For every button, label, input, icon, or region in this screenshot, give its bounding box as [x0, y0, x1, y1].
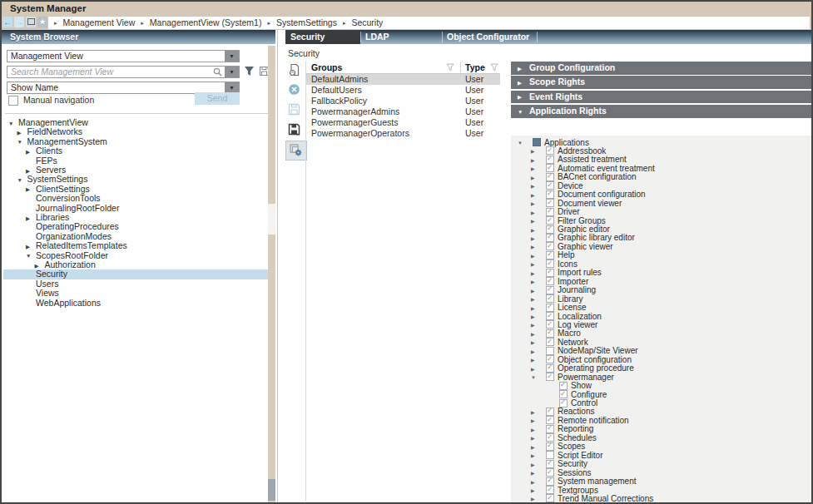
send-button[interactable]: Send: [195, 92, 240, 105]
expand-arrow-icon[interactable]: ▶: [26, 147, 36, 156]
chevron-down-icon[interactable]: ▼: [225, 51, 239, 62]
rights-item-journaling[interactable]: ▶Journaling: [511, 284, 811, 293]
search-input[interactable]: Search Management View ▼: [7, 66, 240, 78]
view-dropdown[interactable]: Management View ▼: [7, 50, 240, 62]
tree-item-label: Users: [36, 279, 58, 289]
expand-arrow-icon[interactable]: ▶: [26, 214, 36, 223]
breadcrumb-item[interactable]: Security: [351, 17, 383, 27]
expand-arrow-icon[interactable]: ▶: [26, 185, 36, 194]
panel-header-application-rights[interactable]: ▼Application Rights: [511, 105, 811, 118]
delete-group-icon[interactable]: [288, 83, 303, 98]
rights-item-nodemap-site-viewer[interactable]: ▶NodeMap/Site Viewer: [511, 345, 811, 353]
rights-item-operating-procedure[interactable]: ▶Operating procedure: [511, 363, 811, 371]
expand-arrow-icon[interactable]: ▶: [17, 128, 27, 137]
panel-header-scope-rights[interactable]: ▶Scope Rights: [511, 76, 811, 89]
new-group-icon[interactable]: [288, 63, 303, 78]
rights-item-document-configuration[interactable]: ▶Document configuration: [511, 189, 811, 197]
expand-arrow-icon[interactable]: ▶: [26, 242, 36, 251]
tree-item-scopesrootfolder[interactable]: ▼ScopesRootFolder: [3, 251, 268, 260]
rights-item-show[interactable]: Show: [511, 380, 811, 388]
search-icon[interactable]: [213, 67, 222, 77]
sidebar-scrollbar-thumb[interactable]: [268, 204, 275, 235]
expand-arrow-icon[interactable]: ▼: [17, 137, 27, 146]
rights-item-scopes[interactable]: ▶Scopes: [511, 441, 811, 449]
rights-item-library[interactable]: ▶Library: [511, 294, 811, 302]
rights-item-sessions[interactable]: ▶Sessions: [511, 467, 811, 476]
column-header-groups[interactable]: Groups: [311, 62, 342, 73]
rights-item-driver[interactable]: ▶Driver: [511, 206, 811, 215]
save-all-icon[interactable]: [288, 123, 303, 138]
rights-item-import-rules[interactable]: ▶Import rules: [511, 267, 811, 275]
rights-item-icons[interactable]: ▶Icons: [511, 259, 811, 267]
expand-arrow-icon[interactable]: ▶: [518, 77, 529, 90]
expand-arrow-icon[interactable]: ▶: [518, 91, 529, 104]
panel-header-event-rights[interactable]: ▶Event Rights: [511, 91, 811, 104]
breadcrumb-item[interactable]: SystemSettings: [276, 17, 337, 27]
rights-item-automatic-event-treatment[interactable]: ▶Automatic event treatment: [511, 163, 811, 171]
manual-navigation-checkbox[interactable]: [8, 96, 18, 106]
rights-item-graphic-library-editor[interactable]: ▶Graphic library editor: [511, 232, 811, 240]
filter-icon[interactable]: [490, 63, 498, 72]
group-row-fallbackpolicy[interactable]: FallbackPolicyUser: [306, 96, 500, 106]
rights-item-network[interactable]: ▶Network: [511, 337, 811, 345]
group-row-powermanageradmins[interactable]: PowermanagerAdminsUser: [306, 106, 500, 117]
panel-splitter[interactable]: [277, 30, 278, 502]
breadcrumb-item[interactable]: Management View: [63, 17, 136, 27]
rights-item-log-viewer[interactable]: ▶Log viewer: [511, 319, 811, 328]
favorites-button[interactable]: ★: [37, 17, 47, 27]
expand-arrow-icon[interactable]: ▼: [8, 119, 18, 128]
rights-item-filter-groups[interactable]: ▶Filter Groups: [511, 215, 811, 224]
rights-item-help[interactable]: ▶Help: [511, 250, 811, 258]
rights-item-graphic-editor[interactable]: ▶Graphic editor: [511, 224, 811, 232]
filter-icon[interactable]: [244, 66, 255, 77]
rights-item-macro[interactable]: ▶Macro: [511, 328, 811, 336]
rights-item-reporting[interactable]: ▶Reporting: [511, 423, 811, 432]
rights-item-trend-manual-corrections[interactable]: ▶Trend Manual Corrections: [511, 493, 811, 502]
panel-header-group-configuration[interactable]: ▶Group Configuration: [511, 62, 811, 75]
rights-item-applications[interactable]: ▼Applications: [511, 137, 811, 146]
rights-item-reactions[interactable]: ▶Reactions: [511, 406, 811, 414]
rights-item-license[interactable]: ▶License: [511, 302, 811, 310]
tab-ldap[interactable]: LDAP: [360, 30, 442, 44]
back-button[interactable]: ←: [2, 17, 12, 27]
group-row-defaultusers[interactable]: DefaultUsersUser: [306, 85, 500, 96]
expand-arrow-icon[interactable]: ▼: [17, 175, 27, 185]
rights-item-addressbook[interactable]: ▶Addressbook: [511, 146, 811, 154]
rights-item-importer[interactable]: ▶Importer: [511, 276, 811, 284]
rights-item-security[interactable]: ▶Security: [511, 458, 811, 467]
groups-table-header[interactable]: Groups Type: [306, 62, 500, 74]
group-row-defaultadmins[interactable]: DefaultAdminsUser: [306, 74, 500, 85]
recent-views-button[interactable]: [26, 17, 36, 27]
rights-item-configure[interactable]: Configure: [511, 389, 811, 398]
rights-item-control[interactable]: Control: [511, 398, 811, 406]
column-header-type[interactable]: Type: [465, 62, 485, 73]
rights-item-powermanager[interactable]: ▼Powermanager: [511, 372, 811, 380]
save-icon[interactable]: [288, 103, 303, 118]
tab-object-configurator[interactable]: Object Configurator: [442, 30, 537, 44]
rights-item-graphic-viewer[interactable]: ▶Graphic viewer: [511, 241, 811, 250]
expand-arrow-icon[interactable]: ▼: [518, 106, 529, 119]
rights-item-assisted-treatment[interactable]: ▶Assisted treatment: [511, 154, 811, 162]
expand-arrow-icon[interactable]: ▶: [518, 62, 529, 76]
filter-icon[interactable]: [446, 63, 454, 72]
breadcrumb-item[interactable]: ManagementView (System1): [150, 17, 262, 27]
rights-item-remote-notification[interactable]: ▶Remote notification: [511, 415, 811, 423]
expand-arrow-icon[interactable]: ▼: [26, 251, 36, 260]
rights-item-object-configuration[interactable]: ▶Object configuration: [511, 354, 811, 363]
tab-security[interactable]: Security: [285, 30, 360, 44]
rights-item-textgroups[interactable]: ▶Textgroups: [511, 485, 811, 493]
rights-item-device[interactable]: ▶Device: [511, 180, 811, 189]
object-settings-button[interactable]: [285, 141, 307, 161]
group-row-powermanageroperators[interactable]: PowermanagerOperatorsUser: [306, 128, 500, 139]
forward-button[interactable]: →: [14, 17, 24, 27]
tree-item-webapplications[interactable]: WebApplications: [3, 299, 268, 308]
rights-item-document-viewer[interactable]: ▶Document viewer: [511, 198, 811, 206]
chevron-down-icon[interactable]: ▼: [225, 67, 239, 77]
rights-item-script-editor[interactable]: ▶Script Editor: [511, 450, 811, 458]
rights-item-system-management[interactable]: ▶System management: [511, 476, 811, 484]
sidebar-scrollbar[interactable]: [268, 46, 275, 502]
rights-item-bacnet-configuration[interactable]: ▶BACnet configuration: [511, 171, 811, 180]
group-row-powermanagerguests[interactable]: PowermanagerGuestsUser: [306, 117, 500, 128]
rights-item-localization[interactable]: ▶Localization: [511, 311, 811, 319]
rights-item-schedules[interactable]: ▶Schedules: [511, 432, 811, 441]
